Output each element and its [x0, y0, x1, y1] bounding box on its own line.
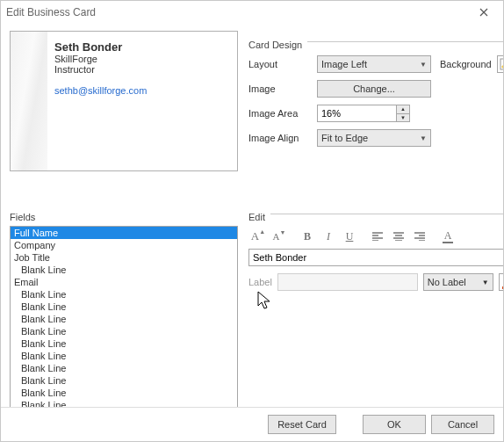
card-preview: Seth Bonder SkillForge Instructor sethb@… [10, 31, 238, 171]
edit-value-input[interactable] [248, 249, 503, 266]
background-color-button[interactable] [497, 55, 503, 73]
font-color-button[interactable]: A [438, 228, 457, 245]
format-toolbar: A▲ A▼ B I U A [248, 226, 503, 249]
cursor-icon [257, 291, 273, 312]
stepper-up-icon[interactable]: ▲ [397, 105, 409, 114]
image-area-stepper[interactable]: ▲ ▼ [317, 105, 431, 122]
list-item[interactable]: Blank Line [11, 301, 237, 313]
titlebar: Edit Business Card [1, 1, 503, 24]
list-item[interactable]: Blank Line [11, 313, 237, 325]
label-position-combo[interactable]: No Label ▼ [423, 273, 493, 291]
chevron-down-icon: ▼ [420, 61, 427, 69]
chevron-down-icon: ▼ [420, 134, 427, 142]
change-image-button[interactable]: Change... [317, 80, 431, 98]
preview-name: Seth Bonder [54, 40, 147, 54]
edit-legend: Edit [248, 212, 270, 222]
italic-button[interactable]: I [319, 228, 338, 245]
label-input [277, 273, 418, 291]
layout-label: Layout [248, 59, 312, 69]
align-center-button[interactable] [389, 228, 408, 245]
list-item[interactable]: Blank Line [11, 374, 237, 387]
cancel-button[interactable]: Cancel [431, 415, 494, 434]
dialog-footer: Reset Card OK Cancel [1, 407, 503, 441]
label-caption: Label [248, 277, 272, 287]
list-item[interactable]: Email [11, 276, 237, 288]
list-item[interactable]: Full Name [11, 227, 237, 239]
list-item[interactable]: Blank Line [11, 288, 237, 301]
card-preview-text: Seth Bonder SkillForge Instructor sethb@… [47, 32, 154, 170]
fields-legend: Fields [10, 212, 238, 222]
image-area-input[interactable] [317, 105, 396, 122]
list-item[interactable]: Blank Line [11, 264, 237, 276]
align-right-button[interactable] [410, 228, 429, 245]
image-align-combo[interactable]: Fit to Edge ▼ [317, 129, 431, 147]
fields-listbox[interactable]: Full NameCompanyJob TitleBlank LineEmail… [10, 226, 238, 407]
card-preview-image [11, 32, 47, 170]
list-item[interactable]: Company [11, 239, 237, 251]
underline-button[interactable]: U [340, 228, 359, 245]
list-item[interactable]: Job Title [11, 251, 237, 264]
reset-card-button[interactable]: Reset Card [268, 415, 336, 434]
dialog-window: Edit Business Card Seth Bonder SkillForg… [0, 0, 504, 442]
list-item[interactable]: Blank Line [11, 325, 237, 337]
preview-jobtitle: Instructor [54, 64, 147, 75]
image-area-label: Image Area [248, 108, 312, 119]
ok-button[interactable]: OK [363, 415, 426, 434]
increase-font-button[interactable]: A▲ [248, 228, 268, 245]
image-label: Image [248, 83, 312, 94]
bold-button[interactable]: B [298, 228, 317, 245]
list-item[interactable]: Blank Line [11, 350, 237, 362]
list-item[interactable]: Blank Line [11, 362, 237, 374]
layout-combo[interactable]: Image Left ▼ [317, 55, 431, 73]
card-design-group: Card Design Layout Image Left ▼ Backgrou… [248, 34, 503, 171]
stepper-down-icon[interactable]: ▼ [397, 114, 409, 122]
background-label: Background [436, 59, 492, 69]
card-design-legend: Card Design [248, 40, 307, 50]
preview-company: SkillForge [54, 54, 147, 64]
close-button[interactable] [470, 3, 498, 22]
decrease-font-button[interactable]: A▼ [270, 228, 289, 245]
chevron-down-icon: ▼ [482, 279, 489, 286]
fields-group: Fields Full NameCompanyJob TitleBlank Li… [10, 207, 238, 407]
list-item[interactable]: Blank Line [11, 337, 237, 350]
edit-group: Edit A▲ A▼ B I U A [248, 207, 503, 407]
label-font-color-button[interactable]: A [499, 273, 503, 291]
align-left-button[interactable] [368, 228, 387, 245]
image-align-label: Image Align [248, 133, 312, 143]
window-title: Edit Business Card [6, 6, 470, 18]
preview-email: sethb@skillforge.com [54, 85, 147, 96]
list-item[interactable]: Blank Line [11, 399, 237, 407]
list-item[interactable]: Blank Line [11, 387, 237, 399]
